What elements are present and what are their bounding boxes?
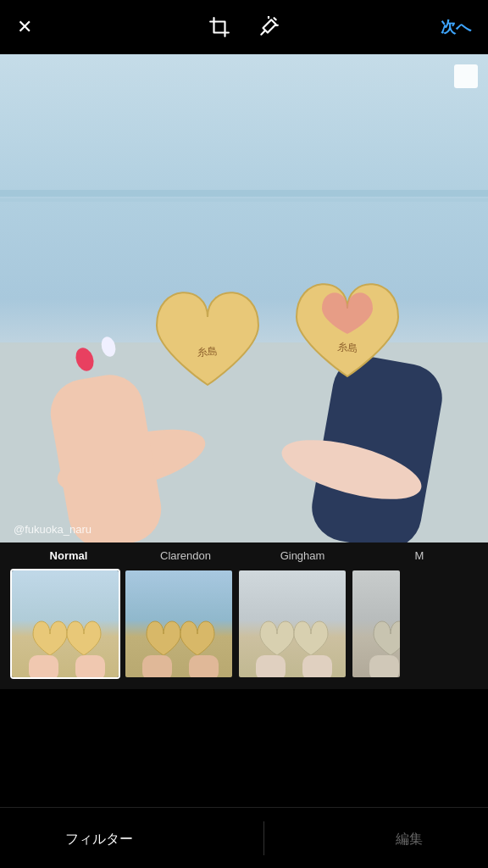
main-image: 糸島 糸島 @fukuoka_naru: [0, 54, 488, 542]
svg-rect-20: [142, 655, 172, 679]
crop-icon[interactable]: [208, 16, 230, 38]
nav-divider: [263, 821, 264, 855]
filter-nav-label: フィルター: [65, 831, 133, 849]
filter-label-moon[interactable]: M: [361, 549, 478, 562]
photo-svg: 糸島 糸島: [0, 54, 488, 542]
white-square-overlay[interactable]: [454, 64, 478, 88]
svg-rect-5: [0, 190, 488, 197]
toolbar-center-icons: [208, 16, 280, 38]
filter-label-clarendon[interactable]: Clarendon: [127, 549, 244, 562]
edit-nav-label: 編集: [396, 831, 423, 849]
svg-text:糸島: 糸島: [197, 345, 219, 359]
filter-thumbnails: [0, 569, 488, 679]
nav-filter[interactable]: フィルター: [65, 827, 133, 849]
next-button[interactable]: 次へ: [441, 17, 471, 37]
toolbar: ✕ 次へ: [0, 0, 488, 54]
svg-rect-6: [0, 198, 488, 202]
svg-rect-23: [256, 655, 286, 679]
filter-label-normal[interactable]: Normal: [10, 549, 127, 562]
filter-thumb-normal[interactable]: [10, 569, 120, 679]
filter-thumb-moon[interactable]: [351, 569, 402, 679]
svg-text:糸島: 糸島: [336, 341, 358, 354]
filter-thumb-gingham[interactable]: [237, 569, 347, 679]
enhance-icon[interactable]: [258, 16, 280, 38]
svg-rect-18: [75, 655, 105, 679]
close-button[interactable]: ✕: [17, 16, 32, 38]
filter-strip: Normal Clarendon Gingham M: [0, 542, 488, 689]
watermark-text: @fukuoka_naru: [14, 523, 92, 536]
nav-edit[interactable]: 編集: [396, 827, 423, 849]
svg-rect-17: [29, 655, 58, 679]
bottom-nav: フィルター 編集: [0, 807, 488, 868]
svg-rect-24: [302, 655, 332, 679]
svg-line-0: [261, 31, 264, 34]
filter-thumb-clarendon[interactable]: [124, 569, 234, 679]
svg-rect-21: [189, 655, 219, 679]
svg-line-1: [274, 18, 276, 19]
filter-labels: Normal Clarendon Gingham M: [0, 549, 488, 562]
svg-rect-26: [369, 655, 399, 679]
filter-label-gingham[interactable]: Gingham: [244, 549, 361, 562]
